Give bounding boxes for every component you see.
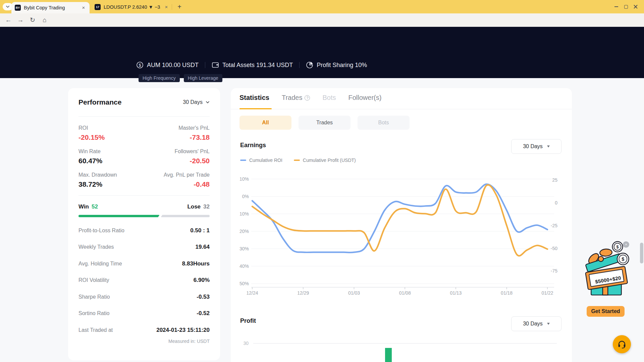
svg-text:-25: -25 — [551, 223, 557, 228]
earnings-range-dropdown[interactable]: 30 Days — [511, 139, 561, 154]
promo-close-button[interactable]: × — [623, 241, 629, 248]
stat-value: -20.50 — [175, 157, 210, 165]
earnings-line-chart: 10%0%-10%-20%-30%-40%-50%250-25-50-7512/… — [239, 171, 559, 298]
divider — [78, 195, 210, 196]
get-started-button[interactable]: Get Started — [587, 306, 625, 317]
stat-label: ROI — [78, 125, 105, 131]
browser-titlebar: BY Bybit Copy Trading × 17 LDOUSDT.P 2.6… — [0, 0, 644, 13]
svg-text:-75: -75 — [551, 268, 557, 274]
legend-swatch — [294, 160, 300, 161]
kv-row: Weekly Trades19.64 — [78, 244, 210, 250]
caret-down-icon — [547, 145, 550, 147]
filter-all-button[interactable]: All — [239, 116, 291, 130]
legend-swatch — [240, 160, 246, 161]
lose-bar-fill — [161, 215, 210, 217]
tab-bots[interactable]: Bots — [322, 94, 336, 102]
lose-label: Lose — [187, 203, 201, 210]
screen: BY Bybit Copy Trading × 17 LDOUSDT.P 2.6… — [0, 0, 644, 362]
tab-bybit-copy-trading[interactable]: BY Bybit Copy Trading × — [11, 2, 90, 13]
performance-range-select[interactable]: 30 Days — [183, 99, 210, 105]
stat-value: -73.18 — [178, 133, 210, 141]
svg-text:$: $ — [622, 256, 624, 262]
kv-row: Sortino Ratio-0.52 — [78, 310, 210, 317]
earnings-title: Earnings — [240, 142, 266, 149]
stat-value: -0.48 — [164, 180, 210, 188]
stat-value: 60.47% — [78, 157, 102, 165]
support-chat-button[interactable] — [613, 335, 631, 353]
aum-text: AUM 100.00 USDT — [147, 62, 199, 69]
win-bar-fill — [78, 215, 160, 217]
divider — [205, 62, 205, 68]
back-button[interactable]: ← — [4, 16, 13, 24]
back-icon: ← — [5, 16, 12, 23]
stat-label: Max. Drawdown — [78, 172, 117, 178]
statistics-panel: Statistics Trades? Bots Follower(s) All … — [231, 88, 572, 362]
tab-followers[interactable]: Follower(s) — [348, 94, 381, 102]
profit-range-dropdown[interactable]: 30 Days — [511, 316, 561, 331]
window-close-button[interactable] — [633, 4, 639, 9]
stat-label: Avg. PnL per Trade — [164, 172, 210, 178]
kv-row: Last Traded at2024-01-23 15:11:20 — [78, 327, 210, 334]
divider — [299, 62, 300, 68]
home-button[interactable]: ⌂ — [40, 16, 49, 24]
svg-text:$: $ — [139, 63, 141, 68]
tab-close-icon[interactable]: × — [164, 4, 169, 10]
tab-title: LDOUSDT.P 2.6240 ▼ −3.1 — [104, 4, 161, 10]
close-icon — [634, 5, 638, 9]
stat-value: -20.15% — [78, 133, 105, 141]
coin-icon: $ — [617, 253, 629, 265]
reload-button[interactable]: ↻ — [28, 16, 37, 24]
new-tab-button[interactable]: + — [175, 2, 184, 11]
tradingview-favicon: 17 — [95, 4, 101, 10]
filter-trades-button[interactable]: Trades — [299, 116, 351, 130]
divider — [231, 109, 572, 109]
aum-metric: $ AUM 100.00 USDT — [136, 61, 199, 69]
stat-value: 38.72% — [78, 180, 117, 188]
tab-close-icon[interactable]: × — [81, 5, 86, 10]
chevron-down-icon — [6, 5, 10, 8]
home-icon: ⌂ — [43, 16, 46, 23]
svg-text:01/22: 01/22 — [541, 290, 553, 296]
svg-text:0: 0 — [555, 200, 557, 205]
total-assets-metric: Total Assets 191.34 USDT — [212, 62, 293, 69]
win-lose-row: Win52 Lose32 — [78, 203, 210, 210]
measured-in-note: Measured in: USDT — [78, 339, 210, 344]
total-assets-text: Total Assets 191.34 USDT — [222, 62, 293, 69]
active-tab-underline — [239, 108, 272, 109]
tab-trades[interactable]: Trades? — [282, 94, 310, 102]
legend-cumulative-profit: Cumulative Profit (USDT) — [294, 158, 356, 163]
scope-filter: All Trades Bots — [239, 116, 410, 130]
profit-title: Profit — [240, 317, 256, 324]
promo-gift-banner[interactable]: $ $ — [581, 240, 630, 304]
win-label: Win — [78, 203, 89, 210]
svg-text:12/29: 12/29 — [297, 290, 309, 296]
tab-statistics[interactable]: Statistics — [239, 94, 269, 102]
profit-sharing-text: Profit Sharing 10% — [317, 62, 367, 69]
svg-text:10%: 10% — [239, 176, 249, 182]
svg-text:01/18: 01/18 — [501, 290, 513, 296]
chart-legend: Cumulative ROI Cumulative Profit (USDT) — [240, 158, 356, 163]
lose-count: 32 — [203, 203, 210, 210]
gift-box-illustration: $ $ — [581, 240, 630, 304]
page-scrollbar-thumb[interactable] — [640, 243, 643, 263]
kv-row: Sharpe Ratio-0.53 — [78, 294, 210, 300]
svg-text:12/24: 12/24 — [246, 290, 258, 296]
forward-button[interactable]: → — [16, 16, 25, 24]
svg-text:0%: 0% — [242, 194, 249, 199]
performance-title: Performance — [78, 98, 121, 106]
window-maximize-button[interactable] — [623, 4, 629, 9]
minimize-icon — [614, 6, 618, 7]
coin-icon: $ — [612, 242, 623, 252]
profit-ytick: 30 — [239, 341, 249, 346]
kv-row: Profit-to-Loss Ratio0.50 : 1 — [78, 227, 210, 234]
pie-chart-icon — [306, 61, 313, 69]
kv-row: Avg. Holding Time8.83Hours — [78, 260, 210, 267]
tab-separator — [172, 4, 172, 10]
tab-ldousdt[interactable]: 17 LDOUSDT.P 2.6240 ▼ −3.1 × — [95, 3, 169, 11]
legend-cumulative-roi: Cumulative ROI — [240, 158, 282, 163]
trades-info-icon[interactable]: ? — [305, 95, 310, 101]
chevron-down-icon — [206, 101, 210, 104]
filter-bots-button[interactable]: Bots — [358, 116, 410, 130]
window-minimize-button[interactable] — [613, 4, 619, 9]
stat-label: Win Rate — [78, 148, 102, 155]
